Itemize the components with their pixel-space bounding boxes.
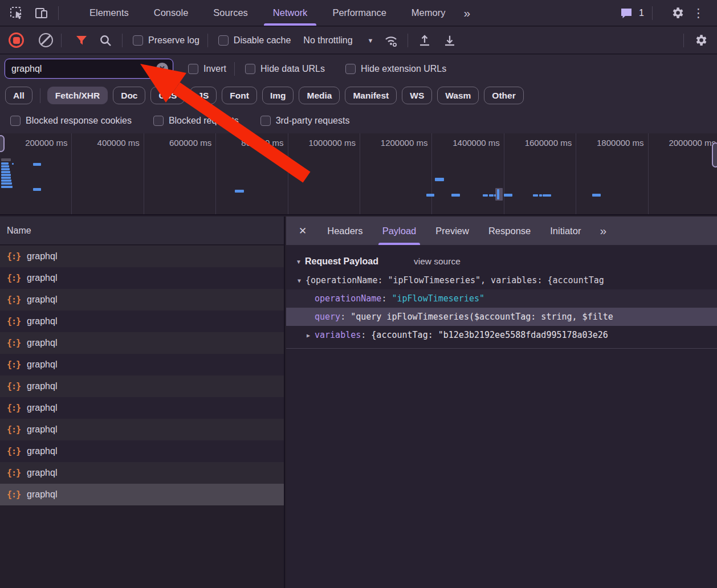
chip-media[interactable]: Media (299, 87, 340, 104)
disable-cache-checkbox[interactable]: Disable cache (218, 35, 291, 46)
hide-data-urls-checkbox[interactable]: Hide data URLs (245, 64, 325, 74)
tab-network[interactable]: Network (260, 0, 320, 26)
chip-css[interactable]: CSS (150, 87, 185, 104)
chip-all[interactable]: All (5, 87, 32, 104)
detail-tab-headers[interactable]: Headers (317, 217, 372, 245)
table-row[interactable]: {:}graphql (0, 267, 284, 289)
waterfall-bar (1, 186, 13, 188)
payload-row-text: operationName: "ipFlowTimeseries" (315, 293, 484, 304)
tab-console[interactable]: Console (141, 0, 201, 26)
clear-filter-icon[interactable]: ✕ (156, 63, 168, 75)
collapse-triangle-icon[interactable]: ▼ (298, 277, 305, 284)
import-har-icon[interactable] (416, 32, 433, 49)
more-detail-tabs-icon[interactable]: » (594, 224, 611, 238)
expand-triangle-icon[interactable]: ▶ (307, 332, 315, 338)
request-rows: {:}graphql{:}graphql{:}graphql{:}graphql… (0, 246, 284, 505)
tab-elements[interactable]: Elements (77, 0, 141, 26)
tab-sources[interactable]: Sources (201, 0, 260, 26)
checkbox[interactable] (345, 64, 356, 74)
network-conditions-icon[interactable] (382, 32, 400, 49)
collapse-triangle-icon[interactable]: ▼ (296, 259, 305, 265)
payload-row-query[interactable]: query: "query ipFlowTimeseries($accountT… (286, 308, 717, 326)
checkbox[interactable] (188, 64, 198, 74)
checkbox[interactable] (218, 35, 229, 46)
overview-right-grip[interactable] (712, 142, 717, 168)
option-checkbox-blocked-response-cookies[interactable]: Blocked response cookies (10, 116, 132, 126)
network-overview-timeline[interactable]: 200000 ms400000 ms600000 ms800000 ms1000… (0, 133, 717, 215)
table-row[interactable]: {:}graphql (0, 462, 284, 484)
chip-font[interactable]: Font (222, 87, 257, 104)
search-icon[interactable] (97, 32, 114, 49)
waterfall-bar (235, 190, 244, 193)
json-request-icon: {:} (7, 468, 21, 478)
hide-extension-urls-checkbox[interactable]: Hide extension URLs (345, 64, 446, 74)
chip-manifest[interactable]: Manifest (345, 87, 397, 104)
detail-tab-payload[interactable]: Payload (373, 217, 426, 245)
request-payload-section[interactable]: ▼ Request Payload view source (286, 252, 717, 271)
tab-performance[interactable]: Performance (320, 0, 398, 26)
device-toolbar-icon[interactable] (33, 5, 50, 22)
filter-row: ✕ Invert Hide data URLs Hide extension U… (0, 55, 717, 83)
waterfall-bar (1, 182, 12, 185)
filter-input[interactable] (5, 64, 142, 74)
payload-row-variables[interactable]: ▶variables: {accountTag: "b12e3b2192ee55… (286, 326, 717, 344)
chip-other[interactable]: Other (484, 87, 523, 104)
chip-js[interactable]: JS (190, 87, 217, 104)
table-row[interactable]: {:}graphql (0, 289, 284, 311)
option-label: 3rd-party requests (276, 116, 350, 126)
filter-icon[interactable] (73, 32, 90, 49)
table-row[interactable]: {:}graphql (0, 419, 284, 440)
checkbox[interactable] (245, 64, 255, 74)
kebab-menu-icon[interactable]: ⋮ (686, 6, 711, 20)
throttling-select[interactable]: No throttling (303, 35, 352, 46)
settings-gear-icon[interactable] (669, 5, 686, 22)
record-button[interactable] (9, 32, 24, 48)
tab-memory[interactable]: Memory (399, 0, 458, 26)
clear-network-log-icon[interactable] (39, 33, 53, 47)
column-header-name[interactable]: Name (0, 217, 284, 245)
network-settings-gear-icon[interactable] (692, 32, 709, 49)
inspect-element-icon[interactable] (8, 5, 25, 22)
messages-icon[interactable] (618, 5, 635, 22)
close-icon[interactable]: ✕ (286, 225, 317, 237)
chip-wasm[interactable]: Wasm (437, 87, 479, 104)
option-checkbox-blocked-requests[interactable]: Blocked requests (153, 116, 239, 126)
overview-left-grip[interactable] (0, 135, 5, 152)
checkbox[interactable] (133, 35, 143, 46)
payload-summary-row[interactable]: ▼ {operationName: "ipFlowTimeseries", va… (286, 271, 717, 289)
payload-colon: : (381, 293, 392, 304)
table-row[interactable]: {:}graphql (0, 246, 284, 267)
checkbox[interactable] (10, 116, 21, 126)
preserve-log-checkbox[interactable]: Preserve log (133, 35, 199, 46)
option-checkbox-3rd-party-requests[interactable]: 3rd-party requests (260, 116, 350, 126)
timeline-column: 1200000 ms (360, 133, 432, 215)
table-row[interactable]: {:}graphql (0, 354, 284, 375)
table-row[interactable]: {:}graphql (0, 397, 284, 419)
chip-fetchxhr[interactable]: Fetch/XHR (47, 87, 108, 104)
payload-colon: : (340, 312, 351, 322)
export-har-icon[interactable] (441, 32, 458, 49)
detail-tab-initiator[interactable]: Initiator (540, 217, 590, 245)
chevron-down-icon[interactable]: ▼ (368, 37, 374, 44)
detail-tab-preview[interactable]: Preview (426, 217, 479, 245)
chip-ws[interactable]: WS (402, 87, 432, 104)
divider (122, 34, 123, 47)
chip-img[interactable]: Img (262, 87, 294, 104)
payload-row-operationName[interactable]: operationName: "ipFlowTimeseries" (286, 289, 717, 308)
more-tabs-icon[interactable]: » (458, 6, 475, 20)
divider (207, 34, 208, 47)
table-row[interactable]: {:}graphql (0, 484, 284, 505)
detail-tab-response[interactable]: Response (479, 217, 540, 245)
chip-doc[interactable]: Doc (113, 87, 145, 104)
table-row[interactable]: {:}graphql (0, 440, 284, 462)
table-row[interactable]: {:}graphql (0, 375, 284, 397)
request-name: graphql (27, 403, 57, 413)
request-name: graphql (27, 273, 57, 283)
checkbox[interactable] (153, 116, 164, 126)
checkbox[interactable] (260, 116, 271, 126)
table-row[interactable]: {:}graphql (0, 311, 284, 332)
view-source-link[interactable]: view source (414, 256, 461, 267)
invert-checkbox[interactable]: Invert (188, 64, 226, 74)
table-row[interactable]: {:}graphql (0, 332, 284, 354)
timeline-column: 1400000 ms (432, 133, 504, 215)
